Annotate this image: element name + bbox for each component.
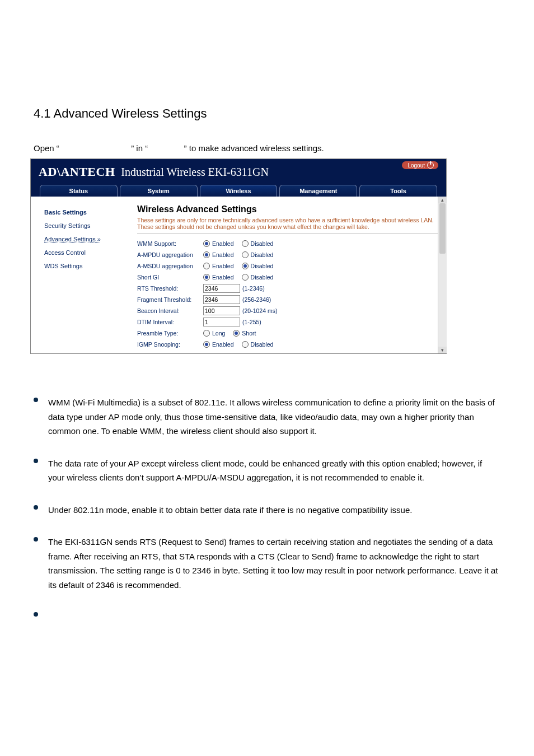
intro-suffix: ” to make advanced wireless settings. <box>184 143 324 153</box>
sidebar-item-advanced[interactable]: Advanced Settings <box>44 232 133 246</box>
bullet-4: The EKI-6311GN sends RTS (Request to Sen… <box>34 533 500 605</box>
label-beacon: Beacon Interval: <box>137 307 200 314</box>
row-beacon: Beacon Interval: (20-1024 ms) <box>137 306 438 316</box>
row-igmp: IGMP Snooping: Enabled Disabled <box>137 339 438 349</box>
row-dtim: DTIM Interval: (1-255) <box>137 317 438 327</box>
label-igmp: IGMP Snooping: <box>137 341 200 348</box>
scroll-down-icon[interactable]: ▾ <box>438 347 447 353</box>
hint-dtim: (1-255) <box>242 319 261 325</box>
radio-shortgi-enabled[interactable]: Enabled <box>203 274 234 281</box>
row-frag: Fragment Threshold: (256-2346) <box>137 295 438 305</box>
radio-igmp-disabled[interactable]: Disabled <box>242 341 274 348</box>
tab-status[interactable]: Status <box>40 185 118 197</box>
tab-system[interactable]: System <box>120 185 198 197</box>
label-preamble: Preamble Type: <box>137 330 200 337</box>
tab-tools[interactable]: Tools <box>359 185 437 197</box>
bullet-3-text: Under 802.11n mode, enable it to obtain … <box>48 503 500 517</box>
label-shortgi: Short GI <box>137 274 200 281</box>
prose-section: WMM (Wi-Fi Multimedia) is a subset of 80… <box>34 393 500 617</box>
bullet-2-text: The data rate of your AP except wireless… <box>48 456 500 485</box>
scroll-up-icon[interactable]: ▴ <box>438 197 447 203</box>
row-amsdu: A-MSDU aggregation Enabled Disabled <box>137 261 438 271</box>
bullet-icon <box>34 398 38 402</box>
row-rts: RTS Threshold: (1-2346) <box>137 283 438 293</box>
row-preamble: Preamble Type: Long Short <box>137 328 438 338</box>
intro-mid: ” in “ <box>131 143 148 153</box>
radio-preamble-short[interactable]: Short <box>233 330 256 337</box>
bullet-icon <box>34 612 38 617</box>
logout-button[interactable]: Logout <box>402 161 438 169</box>
label-ampdu: A-MPDU aggregation <box>137 251 200 258</box>
sidebar-item-access[interactable]: Access Control <box>44 246 133 259</box>
power-icon <box>427 162 434 169</box>
intro-line: Open “ ” in “ ” to make advanced wireles… <box>34 143 500 153</box>
radio-wmm-disabled[interactable]: Disabled <box>242 240 274 247</box>
row-ampdu: A-MPDU aggregation Enabled Disabled <box>137 250 438 260</box>
brand-logo-text: AD\ANTECH <box>39 165 115 179</box>
tab-management[interactable]: Management <box>279 185 357 197</box>
tab-wireless[interactable]: Wireless <box>200 185 278 197</box>
radio-shortgi-disabled[interactable]: Disabled <box>242 274 274 281</box>
bullet-1: WMM (Wi-Fi Multimedia) is a subset of 80… <box>34 393 500 452</box>
label-dtim: DTIM Interval: <box>137 319 200 325</box>
section-heading: 4.1 Advanced Wireless Settings <box>34 106 500 121</box>
top-tabs: Status System Wireless Management Tools <box>31 185 446 197</box>
radio-amsdu-enabled[interactable]: Enabled <box>203 263 234 269</box>
app-header: AD\ANTECH Industrial Wireless EKI-6311GN… <box>31 159 446 185</box>
label-rts: RTS Threshold: <box>137 285 200 292</box>
radio-preamble-long[interactable]: Long <box>203 330 225 337</box>
sidebar-item-basic[interactable]: Basic Settings <box>44 206 133 219</box>
input-rts[interactable] <box>203 284 240 293</box>
bullet-icon <box>34 459 38 463</box>
panel-title: Wireless Advanced Settings <box>137 204 438 214</box>
hint-frag: (256-2346) <box>242 296 271 303</box>
hint-beacon: (20-1024 ms) <box>242 307 277 314</box>
hint-rts: (1-2346) <box>242 285 265 292</box>
content-panel: Wireless Advanced Settings These setting… <box>135 197 446 353</box>
bullet-3: Under 802.11n mode, enable it to obtain … <box>34 501 500 531</box>
radio-igmp-enabled[interactable]: Enabled <box>203 341 234 348</box>
panel-divider <box>137 234 438 234</box>
row-shortgi: Short GI Enabled Disabled <box>137 272 438 282</box>
label-frag: Fragment Threshold: <box>137 296 200 303</box>
brand-subtitle: Industrial Wireless EKI-6311GN <box>121 166 269 178</box>
bullet-5 <box>34 608 500 617</box>
sidebar-item-security[interactable]: Security Settings <box>44 219 133 232</box>
intro-prefix: Open “ <box>34 143 59 153</box>
app-body: Basic Settings Security Settings Advance… <box>31 197 446 353</box>
logout-label: Logout <box>407 162 425 169</box>
radio-amsdu-disabled[interactable]: Disabled <box>242 263 274 269</box>
radio-ampdu-disabled[interactable]: Disabled <box>242 251 274 258</box>
sidebar: Basic Settings Security Settings Advance… <box>31 197 135 353</box>
bullet-icon <box>34 537 38 542</box>
bullet-2: The data rate of your AP except wireless… <box>34 454 500 498</box>
input-frag[interactable] <box>203 295 240 304</box>
input-beacon[interactable] <box>203 306 240 315</box>
bullet-icon <box>34 505 38 510</box>
scrollbar[interactable]: ▴ ▾ <box>438 197 447 353</box>
bullet-1-text: WMM (Wi-Fi Multimedia) is a subset of 80… <box>48 395 500 438</box>
brand: AD\ANTECH Industrial Wireless EKI-6311GN <box>39 165 269 179</box>
bullet-4-text: The EKI-6311GN sends RTS (Request to Sen… <box>48 535 500 592</box>
embedded-screenshot: AD\ANTECH Industrial Wireless EKI-6311GN… <box>30 158 447 354</box>
panel-warning-note: These settings are only for more technic… <box>137 217 438 230</box>
row-wmm: WMM Support: Enabled Disabled <box>137 239 438 249</box>
sidebar-item-wds[interactable]: WDS Settings <box>44 259 133 273</box>
input-dtim[interactable] <box>203 318 240 326</box>
label-wmm: WMM Support: <box>137 240 200 247</box>
radio-wmm-enabled[interactable]: Enabled <box>203 240 234 247</box>
scroll-thumb[interactable] <box>439 203 446 254</box>
radio-ampdu-enabled[interactable]: Enabled <box>203 251 234 258</box>
label-amsdu: A-MSDU aggregation <box>137 263 200 269</box>
